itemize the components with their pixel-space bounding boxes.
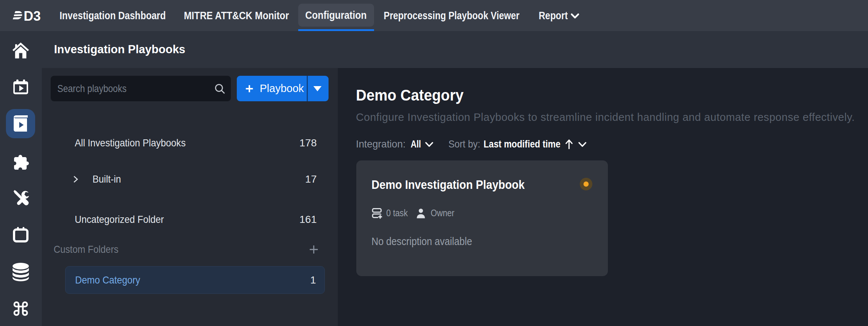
svg-text:D3: D3 [24, 10, 41, 23]
